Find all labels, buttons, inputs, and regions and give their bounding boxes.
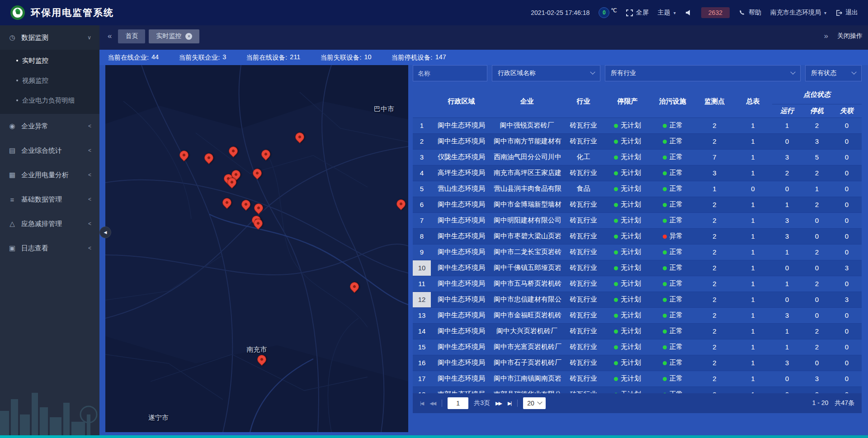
industry-filter-select[interactable]: 所有行业 xyxy=(605,65,801,81)
sidebar-group-item[interactable]: ≡ 基础数据管理 < xyxy=(0,187,99,212)
cell-run: 1 xyxy=(772,323,802,339)
sidebar-group-data-monitor[interactable]: ◷ 数据监测 ∨ xyxy=(0,25,99,50)
cell-facility: 正常 xyxy=(650,260,695,276)
sidebar-group-item[interactable]: ▦ 企业用电量分析 < xyxy=(0,163,99,187)
cell-facility: 正常 xyxy=(650,276,695,292)
cell-industry: 砖瓦行业 xyxy=(562,165,605,181)
cell-company: 阆中千佛镇五郎垭页岩 xyxy=(492,260,562,276)
map-city-label: 南充市 xyxy=(247,345,267,354)
status-dot-icon xyxy=(614,330,618,334)
tabs-scroll-left-icon[interactable]: « xyxy=(105,32,114,41)
chevron-down-icon: ▾ xyxy=(674,10,676,15)
chevron-collapsed-icon: < xyxy=(88,147,91,154)
sidebar-subitem[interactable]: 企业电力负荷明细 xyxy=(0,90,99,110)
alarm-count-badge[interactable]: 2632 xyxy=(701,7,730,18)
tab-realtime-monitor[interactable]: 实时监控 × xyxy=(149,29,199,43)
sidebar-subitem[interactable]: 视频监控 xyxy=(0,71,99,90)
cell-industry: 砖瓦行业 xyxy=(562,386,605,393)
table-row[interactable]: 14 阆中生态环境局 阆中大兴页岩机砖厂 砖瓦行业 无计划 正常 xyxy=(413,323,862,339)
table-row[interactable]: 8 阆中生态环境局 阆中市枣碧大梁山页岩 砖瓦行业 无计划 异常 xyxy=(413,228,862,244)
cell-limit: 无计划 xyxy=(605,133,650,149)
table-row[interactable]: 1 阆中生态环境局 阆中强锐页岩砖厂 砖瓦行业 无计划 正常 xyxy=(413,118,862,133)
table-row[interactable]: 10 阆中生态环境局 阆中千佛镇五郎垭页岩 砖瓦行业 无计划 正常 xyxy=(413,260,862,276)
table-row[interactable]: 18 南部生态环境局 南部县瑞德华业有限公 砖瓦行业 无计划 正常 xyxy=(413,386,862,393)
table-row[interactable]: 4 高坪生态环境局 南充市高坪区王家店建 砖瓦行业 无计划 正常 xyxy=(413,165,862,181)
status-dot-icon xyxy=(614,250,618,254)
cell-index: 10 xyxy=(413,260,431,276)
status-dot-icon xyxy=(614,377,618,381)
org-dropdown[interactable]: 南充市生态环境局▾ xyxy=(770,9,826,17)
table-row[interactable]: 9 阆中生态环境局 阆中市二龙长宝页岩砖 砖瓦行业 无计划 正常 xyxy=(413,244,862,260)
tabs-scroll-right-icon[interactable]: » xyxy=(821,32,831,41)
status-dot-icon xyxy=(614,235,618,239)
stat-value: 147 xyxy=(435,53,446,62)
table-row[interactable]: 6 阆中生态环境局 阆中市金博瑞新型墙材 砖瓦行业 无计划 正常 xyxy=(413,197,862,212)
cell-index: 1 xyxy=(413,118,431,133)
cell-run: 0 xyxy=(772,386,802,393)
cell-limit: 无计划 xyxy=(605,260,650,276)
chevron-collapsed-icon: < xyxy=(88,172,91,178)
col-stop: 停机 xyxy=(802,104,832,118)
next-page-button[interactable]: ▶▶ xyxy=(495,400,502,406)
cell-facility: 正常 xyxy=(650,292,695,307)
cell-meters: 1 xyxy=(734,323,772,339)
table-row[interactable]: 2 阆中生态环境局 阆中市南方节能建材有 砖瓦行业 无计划 正常 xyxy=(413,133,862,149)
alarm-button[interactable] xyxy=(685,9,692,16)
cell-limit: 无计划 xyxy=(605,323,650,339)
page-size-select[interactable]: 20 xyxy=(523,397,546,409)
table-row[interactable]: 5 营山生态环境局 营山县润丰肉食品有限 食品 无计划 正常 xyxy=(413,181,862,197)
table-row[interactable]: 7 阆中生态环境局 阆中明阳建材有限公司 砖瓦行业 无计划 正常 xyxy=(413,212,862,228)
chevron-down-icon: ∨ xyxy=(87,34,91,41)
tab-home[interactable]: 首页 xyxy=(118,29,145,43)
name-filter-input[interactable] xyxy=(413,65,487,81)
stat-item: 当前在线企业: 44 xyxy=(108,53,159,62)
cell-index: 11 xyxy=(413,276,431,292)
sidebar-group-label: 数据监测 xyxy=(21,33,48,42)
sidebar-group-item[interactable]: ▣ 日志查看 < xyxy=(0,236,99,260)
cell-lost: 0 xyxy=(832,149,862,165)
col-limit: 停限产 xyxy=(605,86,650,118)
first-page-button[interactable]: |◀ xyxy=(420,400,424,406)
fullscreen-button[interactable]: 全屏 xyxy=(626,9,649,17)
status-dot-icon xyxy=(663,155,667,160)
help-button[interactable]: 帮助 xyxy=(739,9,761,17)
table-row[interactable]: 15 阆中生态环境局 阆中市光富页岩机砖厂 砖瓦行业 无计划 正常 xyxy=(413,339,862,355)
table-row[interactable]: 3 仪陇生态环境局 西南油气田分公司川中 化工 无计划 正常 xyxy=(413,149,862,165)
table-row[interactable]: 12 阆中生态环境局 阆中市忠信建材有限公 砖瓦行业 无计划 正常 xyxy=(413,292,862,307)
table-row[interactable]: 11 阆中生态环境局 阆中市五马桥页岩机砖 砖瓦行业 无计划 正常 xyxy=(413,276,862,292)
status-dot-icon xyxy=(663,171,667,175)
menu-icon: ▦ xyxy=(8,171,16,179)
cell-stop: 2 xyxy=(802,244,832,260)
cell-industry: 砖瓦行业 xyxy=(562,292,605,307)
cell-region: 营山生态环境局 xyxy=(431,181,492,197)
bullet-icon xyxy=(16,99,18,101)
close-operations-button[interactable]: 关闭操作 xyxy=(837,32,863,40)
logout-button[interactable]: 退出 xyxy=(835,9,858,17)
region-filter-select[interactable]: 行政区域名称 xyxy=(492,65,600,81)
last-page-button[interactable]: ▶| xyxy=(508,400,512,406)
map-panel[interactable]: 巴中市 南充市 遂宁市 xyxy=(105,65,408,432)
page-number-input[interactable]: 1 xyxy=(448,397,468,409)
prev-page-button[interactable]: ◀◀ xyxy=(429,400,436,406)
sidebar-subitem[interactable]: 实时监控 xyxy=(0,51,99,71)
cell-limit: 无计划 xyxy=(605,228,650,244)
theme-dropdown[interactable]: 主题▾ xyxy=(658,9,676,17)
table-row[interactable]: 13 阆中生态环境局 阆中市金福旺页岩机砖 砖瓦行业 无计划 正常 xyxy=(413,307,862,323)
cell-index: 8 xyxy=(413,228,431,244)
cell-run: 1 xyxy=(772,118,802,133)
cell-lost: 3 xyxy=(832,292,862,307)
table-row[interactable]: 16 阆中生态环境局 阆中市石子页岩机砖厂 砖瓦行业 无计划 正常 xyxy=(413,355,862,371)
stat-item: 当前失联企业: 3 xyxy=(179,53,226,62)
stat-value: 10 xyxy=(364,53,371,62)
status-filter-select[interactable]: 所有状态 xyxy=(805,65,862,81)
cell-points: 7 xyxy=(695,149,734,165)
enterprise-table: 行政区域 企业 行业 停限产 治污设施 监测点 总表 点位状态 xyxy=(413,86,862,393)
sidebar-group-item[interactable]: ◉ 企业异常 < xyxy=(0,114,99,138)
sidebar-group-item[interactable]: △ 应急减排管理 < xyxy=(0,212,99,236)
chevron-down-icon xyxy=(590,70,595,75)
close-icon[interactable]: × xyxy=(185,33,192,40)
table-row[interactable]: 17 阆中生态环境局 阆中市江南镇阆南页岩 砖瓦行业 无计划 正常 xyxy=(413,371,862,386)
status-dot-icon xyxy=(663,282,667,286)
cell-index: 4 xyxy=(413,165,431,181)
sidebar-group-item[interactable]: ▤ 企业综合统计 < xyxy=(0,138,99,163)
